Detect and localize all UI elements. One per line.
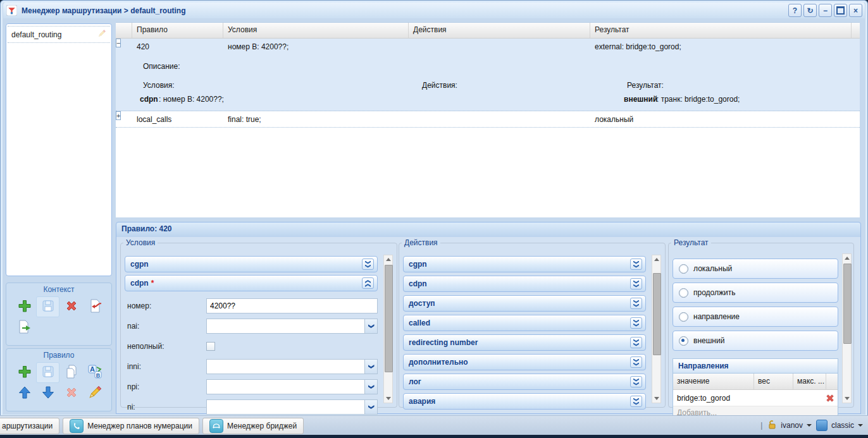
grid-row-local-calls[interactable]: + local_calls final: true; локальный bbox=[116, 111, 860, 128]
nepolnyj-checkbox[interactable] bbox=[206, 342, 215, 351]
scroll-up-icon[interactable] bbox=[652, 255, 660, 264]
refresh-button[interactable]: ↻ bbox=[803, 4, 817, 17]
grid-header-conditions[interactable]: Условия bbox=[223, 23, 409, 38]
taskbar-tab-routing-manager[interactable]: аршрутизации bbox=[0, 418, 59, 434]
inni-combo-input[interactable] bbox=[207, 360, 364, 374]
result-option-lokalnyj[interactable]: локальный bbox=[673, 259, 838, 279]
actions-panel-log[interactable]: лог bbox=[403, 374, 646, 390]
directions-col-actions bbox=[826, 374, 838, 389]
expand-panel-icon[interactable] bbox=[630, 396, 642, 407]
rule-rename-button[interactable]: AB bbox=[83, 362, 106, 383]
radio-icon[interactable] bbox=[679, 312, 688, 322]
expand-panel-icon[interactable] bbox=[630, 259, 642, 270]
grid-header-actions[interactable]: Действия bbox=[409, 23, 590, 38]
ni-combo-input[interactable] bbox=[207, 400, 364, 414]
directions-col-value[interactable]: значение bbox=[673, 374, 754, 389]
grid-header-result[interactable]: Результат bbox=[590, 23, 852, 38]
npi-combo-input[interactable] bbox=[207, 380, 364, 394]
radio-icon[interactable] bbox=[679, 288, 688, 298]
context-add-button[interactable] bbox=[13, 296, 36, 317]
scroll-thumb[interactable] bbox=[653, 273, 661, 355]
direction-value[interactable]: bridge:to_gorod bbox=[673, 394, 824, 403]
actions-panel-redirecting-number[interactable]: redirecting number bbox=[403, 334, 646, 351]
grid-header-rule[interactable]: Правило bbox=[132, 23, 223, 38]
expand-panel-icon[interactable] bbox=[630, 317, 642, 329]
rule-save-button[interactable] bbox=[36, 362, 59, 383]
detail-conditions-text: : номер B: 4200??; bbox=[159, 95, 224, 104]
result-option-label: направление bbox=[693, 312, 740, 321]
directions-col-weight[interactable]: вес bbox=[754, 374, 793, 389]
actions-panel-cgpn[interactable]: cgpn bbox=[403, 256, 646, 272]
maximize-button[interactable] bbox=[834, 4, 847, 17]
scroll-down-icon[interactable] bbox=[652, 394, 660, 403]
conditions-legend: Условия bbox=[123, 238, 158, 247]
collapse-row-icon[interactable]: − bbox=[116, 39, 121, 47]
expand-panel-icon[interactable] bbox=[362, 259, 374, 270]
rule-copy-button[interactable] bbox=[59, 362, 83, 383]
rule-delete-button[interactable] bbox=[59, 383, 83, 404]
scroll-up-icon[interactable] bbox=[384, 255, 392, 264]
taskbar-tab-numbering-plans[interactable]: Менеджер планов нумерации bbox=[63, 418, 199, 434]
result-option-napravlenie[interactable]: направление bbox=[673, 307, 838, 327]
rule-edit-button[interactable] bbox=[83, 383, 106, 404]
result-option-vneshnij[interactable]: внешний bbox=[673, 331, 838, 351]
context-save-button[interactable] bbox=[36, 296, 59, 317]
expand-panel-icon[interactable] bbox=[630, 337, 642, 348]
result-scrollbar[interactable] bbox=[842, 253, 852, 403]
rule-move-down-button[interactable] bbox=[36, 383, 59, 404]
user-menu-button[interactable]: ivanov bbox=[767, 420, 812, 432]
user-name: ivanov bbox=[781, 421, 803, 430]
import-icon bbox=[87, 298, 102, 315]
minimize-button[interactable]: − bbox=[819, 4, 832, 17]
actions-panel-called[interactable]: called bbox=[403, 315, 646, 331]
collapse-panel-icon[interactable] bbox=[362, 277, 374, 289]
radio-icon[interactable] bbox=[679, 264, 688, 274]
conditions-panel-cdpn[interactable]: cdpn * bbox=[125, 275, 378, 291]
context-export-button[interactable] bbox=[13, 317, 36, 338]
directions-row[interactable]: bridge:to_gorod bbox=[673, 390, 838, 406]
inni-combo-trigger[interactable] bbox=[364, 360, 377, 374]
close-button[interactable]: × bbox=[849, 4, 862, 17]
nomer-input[interactable] bbox=[207, 299, 377, 313]
conditions-scrollbar[interactable] bbox=[383, 255, 393, 403]
ni-combo-trigger[interactable] bbox=[364, 400, 377, 414]
scroll-thumb[interactable] bbox=[385, 265, 393, 372]
actions-scrollbar[interactable] bbox=[652, 255, 661, 403]
nai-combo-trigger[interactable] bbox=[364, 319, 377, 333]
directions-col-max[interactable]: макс. ... bbox=[793, 374, 826, 389]
actions-panel-dostup[interactable]: доступ bbox=[403, 295, 646, 312]
result-option-prodolzhit[interactable]: продолжить bbox=[673, 283, 838, 303]
scroll-down-icon[interactable] bbox=[384, 394, 392, 403]
expand-panel-icon[interactable] bbox=[630, 356, 642, 368]
actions-panel-dopolnitelno[interactable]: дополнительно bbox=[403, 354, 646, 370]
app-icon bbox=[6, 5, 17, 16]
expand-panel-icon[interactable] bbox=[630, 376, 642, 387]
theme-menu-button[interactable]: classic bbox=[816, 420, 863, 431]
actions-panel-avaria[interactable]: авария bbox=[403, 393, 646, 410]
actions-panel-cdpn[interactable]: cdpn bbox=[403, 276, 646, 292]
context-delete-button[interactable] bbox=[59, 296, 83, 317]
rule-move-up-button[interactable] bbox=[13, 383, 36, 404]
conditions-panel-cgpn[interactable]: cgpn bbox=[125, 256, 378, 272]
rule-editor-body: Условия cgpn cdpn * номер: bbox=[116, 237, 861, 414]
grid-row-420[interactable]: − 420 номер B: 4200??; external: bridge:… bbox=[116, 39, 860, 111]
delete-direction-icon[interactable] bbox=[824, 392, 836, 404]
expand-panel-icon[interactable] bbox=[630, 298, 642, 309]
nai-combo-input[interactable] bbox=[207, 319, 364, 333]
expand-row-icon[interactable]: + bbox=[116, 111, 121, 120]
expand-panel-icon[interactable] bbox=[630, 278, 642, 289]
rule-add-button[interactable] bbox=[13, 362, 36, 383]
scroll-down-icon[interactable] bbox=[843, 394, 851, 403]
context-list-item[interactable]: default_routing bbox=[8, 26, 110, 43]
radio-icon[interactable] bbox=[679, 336, 688, 346]
detail-result-text: : транк: bridge:to_gorod; bbox=[657, 95, 740, 104]
context-import-button[interactable] bbox=[83, 296, 106, 317]
npi-combo-trigger[interactable] bbox=[364, 380, 377, 394]
desktop: Менеджер маршрутизации > default_routing… bbox=[0, 0, 868, 438]
scroll-thumb[interactable] bbox=[843, 264, 852, 344]
page-title: Менеджер маршрутизации > default_routing bbox=[22, 6, 185, 15]
taskbar-tab-bridges[interactable]: Менеджер бриджей bbox=[202, 418, 304, 434]
edit-pencil-icon[interactable] bbox=[97, 29, 106, 40]
help-button[interactable]: ? bbox=[788, 4, 802, 17]
scroll-up-icon[interactable] bbox=[843, 254, 851, 262]
